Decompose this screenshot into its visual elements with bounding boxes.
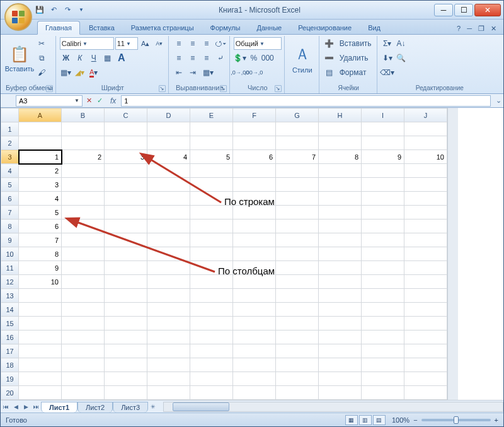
fx-icon[interactable]: fx [105, 97, 121, 105]
cut-icon[interactable]: ✂ [35, 37, 48, 50]
cancel-formula-icon[interactable]: ✕ [84, 97, 94, 105]
formula-input[interactable]: 1 [121, 95, 491, 107]
sheet-tab-2[interactable]: Лист2 [77, 402, 113, 412]
bold-button[interactable]: Ж [60, 52, 72, 64]
increase-indent-icon[interactable]: ⇥ [186, 66, 199, 79]
underline-button[interactable]: Ч [88, 52, 100, 64]
view-page-layout-icon[interactable]: ▥ [359, 415, 372, 425]
cell[interactable] [19, 386, 62, 400]
number-format-combo[interactable]: Общий▼ [234, 37, 282, 50]
tab-insert[interactable]: Вставка [81, 21, 122, 34]
help-icon[interactable]: ? [455, 23, 462, 34]
shrink-font-icon[interactable]: A▾ [153, 37, 166, 50]
font-color-icon[interactable]: A▾ [88, 66, 100, 79]
zoom-in-icon[interactable]: + [495, 416, 498, 424]
fill-icon[interactable]: ⬇▾ [381, 52, 394, 64]
row-header[interactable]: 20 [1, 386, 19, 400]
autosum-icon[interactable]: Σ▾ [381, 37, 394, 50]
format-cells-icon[interactable]: ▤ [323, 66, 336, 79]
zoom-slider[interactable] [421, 419, 491, 421]
font-big-icon[interactable]: A [115, 52, 128, 64]
expand-formula-bar-icon[interactable]: ⌄ [493, 97, 503, 105]
cell[interactable] [190, 386, 233, 400]
accept-formula-icon[interactable]: ✓ [94, 97, 105, 105]
copy-icon[interactable]: ⧉ [35, 52, 48, 64]
percent-icon[interactable]: % [248, 52, 260, 64]
comma-icon[interactable]: 000 [261, 52, 274, 64]
find-icon[interactable]: 🔍 [395, 52, 408, 64]
tab-review[interactable]: Рецензирование [290, 21, 359, 34]
clear-icon[interactable]: ⌫▾ [381, 66, 394, 79]
qat-dropdown-icon[interactable]: ▼ [76, 5, 86, 15]
sheet-tab-1[interactable]: Лист1 [41, 402, 77, 412]
name-box[interactable]: A3▼ [16, 95, 83, 107]
tab-data[interactable]: Данные [249, 21, 289, 34]
cell[interactable] [105, 386, 147, 400]
close-button[interactable]: ✕ [474, 4, 501, 16]
insert-cells-icon[interactable]: ➕ [323, 37, 336, 50]
cell[interactable] [276, 386, 319, 400]
view-normal-icon[interactable]: ▦ [345, 415, 358, 425]
grow-font-icon[interactable]: A▴ [139, 37, 152, 50]
mdi-close-icon[interactable]: ✕ [489, 23, 498, 34]
paste-icon: 📋 [10, 45, 29, 63]
mdi-minimize-icon[interactable]: ─ [465, 23, 474, 34]
cell[interactable] [404, 386, 447, 400]
zoom-out-icon[interactable]: − [413, 416, 417, 424]
maximize-button[interactable]: ☐ [454, 4, 473, 16]
align-bottom-icon[interactable]: ≡ [200, 37, 213, 50]
align-left-icon[interactable]: ≡ [173, 52, 185, 64]
cell[interactable] [362, 386, 404, 400]
cell[interactable] [233, 386, 276, 400]
border-dropdown-icon[interactable]: ▦▾ [60, 66, 72, 79]
decrease-indent-icon[interactable]: ⇤ [173, 66, 185, 79]
view-page-break-icon[interactable]: ▤ [373, 415, 386, 425]
insert-cells-button[interactable]: Вставить [337, 37, 374, 50]
next-sheet-icon[interactable]: ▶ [21, 404, 31, 410]
minimize-button[interactable]: ─ [434, 4, 453, 16]
tab-view[interactable]: Вид [360, 21, 388, 34]
sheet-tab-3[interactable]: Лист3 [113, 402, 148, 412]
format-painter-icon[interactable]: 🖌 [35, 66, 48, 79]
format-cells-button[interactable]: Формат [337, 66, 369, 79]
font-size-combo[interactable]: 11▼ [115, 37, 138, 50]
paste-button[interactable]: 📋 Вставить [6, 37, 33, 80]
tab-pagelayout[interactable]: Разметка страницы [123, 21, 202, 34]
dialog-launcher-icon[interactable]: ↘ [159, 85, 166, 92]
first-sheet-icon[interactable]: ⏮ [1, 404, 11, 410]
align-right-icon[interactable]: ≡ [200, 52, 213, 64]
fill-color-icon[interactable]: ◢▾ [74, 66, 86, 79]
dialog-launcher-icon[interactable]: ↘ [220, 85, 227, 92]
undo-icon[interactable]: ↶ [49, 5, 59, 15]
decrease-decimal-icon[interactable]: ,00→,0 [248, 66, 260, 79]
horizontal-scrollbar[interactable] [163, 402, 503, 412]
cell[interactable] [319, 386, 362, 400]
delete-cells-icon[interactable]: ➖ [323, 52, 336, 64]
align-top-icon[interactable]: ≡ [173, 37, 185, 50]
merge-cells-icon[interactable]: ▦▾ [200, 66, 216, 79]
cell[interactable] [62, 386, 105, 400]
last-sheet-icon[interactable]: ⏭ [31, 404, 41, 410]
save-icon[interactable]: 💾 [35, 5, 45, 15]
styles-button[interactable]: Ａ Стили [289, 37, 316, 80]
orientation-icon[interactable]: ⭯▾ [214, 37, 227, 50]
italic-button[interactable]: К [74, 52, 86, 64]
align-middle-icon[interactable]: ≡ [186, 37, 199, 50]
prev-sheet-icon[interactable]: ◀ [11, 404, 21, 410]
office-button[interactable] [4, 3, 32, 31]
dialog-launcher-icon[interactable]: ↘ [46, 85, 53, 92]
new-sheet-icon[interactable]: ✳ [148, 404, 158, 410]
redo-icon[interactable]: ↷ [62, 5, 72, 15]
cell[interactable] [147, 386, 190, 400]
border-icon[interactable]: ▦ [101, 52, 114, 64]
delete-cells-button[interactable]: Удалить [337, 52, 371, 64]
sort-filter-icon[interactable]: A↓ [395, 37, 408, 50]
align-center-icon[interactable]: ≡ [186, 52, 199, 64]
font-family-combo[interactable]: Calibri▼ [60, 37, 114, 50]
tab-home[interactable]: Главная [37, 21, 80, 35]
currency-icon[interactable]: 💲▾ [234, 52, 246, 64]
tab-formulas[interactable]: Формулы [203, 21, 248, 34]
mdi-restore-icon[interactable]: ❐ [476, 23, 486, 34]
dialog-launcher-icon[interactable]: ↘ [275, 85, 282, 92]
wrap-text-icon[interactable]: ⤶ [214, 52, 227, 64]
